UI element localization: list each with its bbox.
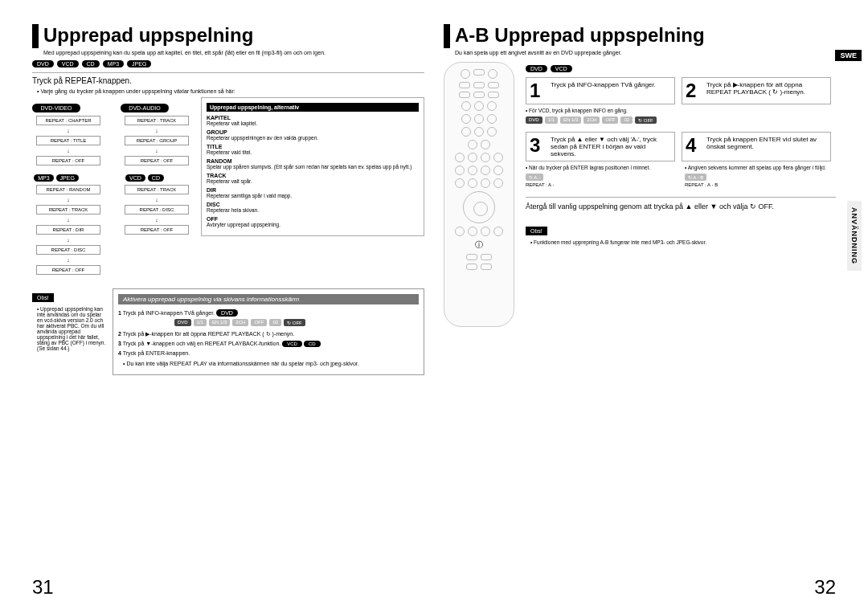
pill-mp3: MP3 [103,60,124,67]
remote-illustration: ⓘ [444,62,514,327]
steps-grid: 1 Tryck på INFO-knappen TVå gånger. 2 Tr… [526,77,836,104]
step-note-1: För VCD, tryck på knappen INFO en gång. [526,108,836,113]
arrow-down-icon: ↓ [121,128,193,133]
arrow-down-icon: ↓ [32,128,104,133]
mode-head-vcdcd: VCD CD [121,174,169,182]
subtitle-right: Du kan spela upp ett angivet avsnitt av … [455,50,836,55]
opt-item: TRACKRepeterar valt spår. [207,173,419,184]
mode-item: REPEAT : TITLE [36,136,100,145]
obs-block-left: Obs! Upprepad uppspelning kan inte använ… [32,288,106,351]
page-right: SWE A-B Upprepad uppspelning Du kan spel… [444,24,836,605]
opt-item: KAPITELRepeterar valt kapitel. [207,115,419,126]
mode-item: REPEAT : TRACK [125,185,189,194]
return-instruction: Återgå till vanlig uppspelning genom att… [526,202,836,210]
info-step-1: 1 Tryck på INFO-knappen TVå gånger. DVD [118,309,419,317]
pill-cd: CD [82,60,100,67]
format-pills-right: DVD VCD [526,65,836,72]
opt-item: GROUPRepeterar uppspelningen av den vald… [207,129,419,141]
mode-head-dvdaudio: DVD-AUDIO [121,104,169,112]
page-number-left: 31 [32,576,54,599]
mode-item: REPEAT : OFF [36,265,100,275]
pill-dvd: DVD [526,65,547,72]
osd-bar: DVD1/1EN 1/32CHOFF02↻ OFF [174,319,419,326]
dpad-icon [463,191,495,223]
arrow-down-icon: ↓ [121,197,193,202]
osd-bar: ↻ A - [526,174,677,181]
obs-badge: Obs! [32,293,54,302]
options-panel: Upprepad uppspelning, alternativ KAPITEL… [201,97,424,236]
step-note-2: När du trycker på ENTER lagras positione… [526,165,677,170]
mode-head-mp3jpeg: MP3 JPEG [32,174,80,182]
obs-text: Upprepad uppspelning kan inte användas o… [37,306,106,351]
repeat-label-ab: REPEAT : A - B [685,182,836,187]
mode-dvdvideo: DVD-VIDEO REPEAT : CHAPTER ↓ REPEAT : TI… [32,104,104,168]
section-bullet: Varje gång du trycker på knappen under u… [37,88,424,94]
mode-item: REPEAT : TRACK [36,205,100,215]
arrow-down-icon: ↓ [121,217,193,223]
page-number-right: 32 [814,576,836,599]
arrow-down-icon: ↓ [32,257,104,263]
obs-badge: Obs! [526,227,547,235]
info-step-4: 4 Tryck på ENTER-knappen. [118,350,419,356]
info-step-2: 2 Tryck på ▶-knappen för att öppna REPEA… [118,331,419,337]
step-3: 3 Tryck på ▲ eller ▼ och välj 'A-', tryc… [526,132,675,161]
mode-item: REPEAT : OFF [125,156,189,166]
info-panel: Aktivera upprepad uppspelning via skivan… [113,288,424,375]
section-tab: ANVÄNDNING [847,201,862,271]
osd-bar: ↻ A - B [685,174,836,181]
mode-item: REPEAT : CHAPTER [36,116,100,125]
mode-item: REPEAT : DISC [36,245,100,255]
step-1: 1 Tryck på INFO-knappen TVå gånger. [526,77,675,104]
mode-dvdaudio: DVD-AUDIO REPEAT : TRACK ↓ REPEAT : GROU… [121,104,193,168]
divider [526,197,836,198]
step-4: 4 Tryck på knappen ENTER vid slutet av ö… [682,132,831,161]
arrow-down-icon: ↓ [32,217,104,223]
pill-dvd: DVD [32,60,54,67]
mode-item: REPEAT : DISC [125,205,189,215]
pill-vcd: VCD [57,60,79,67]
pill-vcd: VCD [125,174,145,182]
opt-item: RANDOMSpelar upp spåren slumpvis. (Ett s… [207,158,419,170]
title-bar [32,24,39,48]
info-heading: Aktivera upprepad uppspelning via skivan… [118,294,419,304]
opt-item: DIRRepeterar samtliga spår i vald mapp. [207,187,419,198]
section-heading: Tryck på REPEAT-knappen. [32,76,424,85]
step-2: 2 Tryck på ▶-knappen för att öppna REPEA… [682,77,831,104]
mode-mp3jpeg: MP3 JPEG REPEAT : RANDOM ↓ REPEAT : TRAC… [32,174,104,277]
arrow-down-icon: ↓ [32,197,104,202]
obs-text-right: Funktionen med upprepning A-B fungerar i… [530,239,836,245]
page-title-left: Upprepad uppspelning [43,24,253,47]
title-row-right: A-B Upprepad uppspelning [444,24,836,48]
language-badge: SWE [835,50,862,61]
info-footnote: Du kan inte välja REPEAT PLAY via inform… [123,361,419,366]
opt-item: TITLERepeterar vald titel. [207,144,419,155]
mode-head-dvdvideo: DVD-VIDEO [32,104,80,112]
subtitle-left: Med upprepad uppspelning kan du spela up… [43,50,424,55]
arrow-down-icon: ↓ [121,148,193,153]
step-note-3: Angiven sekvens kommer att spelas upp fl… [685,165,836,170]
mode-diagrams-row: DVD-VIDEO REPEAT : CHAPTER ↓ REPEAT : TI… [32,97,424,284]
title-bar [444,24,450,48]
mode-item: REPEAT : GROUP [125,136,189,145]
pill-cd: CD [148,174,164,182]
page-title-right: A-B Upprepad uppspelning [455,24,705,47]
pill-mp3: MP3 [34,174,53,182]
mode-item: REPEAT : OFF [36,156,100,166]
format-pills-left: DVD VCD CD MP3 JPEG [32,60,424,67]
obs-block-right: Obs! Funktionen med upprepning A-B funge… [526,222,836,245]
mode-item: REPEAT : RANDOM [36,185,100,194]
arrow-down-icon: ↓ [32,148,104,153]
title-row-left: Upprepad uppspelning [32,24,424,48]
osd-bar: DVD1/1EN 1/32CHOFF02↻ OFF [526,116,836,124]
options-title: Upprepad uppspelning, alternativ [207,103,419,112]
info-step-3: 3 Tryck på ▼-knappen och välj en REPEAT … [118,341,419,347]
pill-jpeg: JPEG [56,174,79,182]
page-left: Upprepad uppspelning Med upprepad uppspe… [32,24,424,605]
mode-item: REPEAT : OFF [125,225,189,235]
divider [32,72,424,73]
steps-grid-2: 3 Tryck på ▲ eller ▼ och välj 'A-', tryc… [526,132,836,161]
opt-item: OFFAvbryter upprepad uppspelning. [207,216,419,227]
pill-vcd: VCD [551,65,572,72]
arrow-down-icon: ↓ [32,237,104,243]
repeat-label-a: REPEAT : A - [526,182,677,187]
